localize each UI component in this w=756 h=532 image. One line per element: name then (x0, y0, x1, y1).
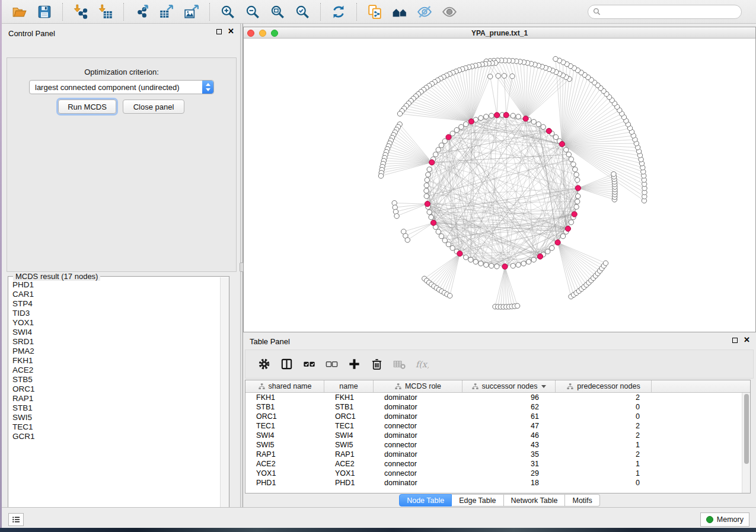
graph-node[interactable] (511, 264, 515, 268)
select-all-button[interactable] (298, 354, 320, 375)
network-window-titlebar[interactable]: YPA_prune.txt_1 (244, 27, 755, 39)
mcds-list-scrollbar[interactable] (220, 277, 229, 520)
mcds-graph-node[interactable] (457, 251, 462, 257)
export-network-button[interactable] (129, 2, 154, 21)
float-panel-icon[interactable] (216, 29, 222, 34)
table-row[interactable]: ACE2ACE2connector311 (245, 459, 750, 469)
task-history-button[interactable] (8, 513, 24, 526)
mcds-result-item[interactable]: YOX1 (9, 318, 220, 328)
refresh-network-button[interactable] (326, 2, 351, 21)
hide-selected-button[interactable] (412, 2, 437, 21)
open-session-button[interactable] (7, 2, 32, 21)
column-header-name[interactable]: name (324, 380, 374, 392)
graph-node[interactable] (511, 113, 515, 118)
graph-node[interactable] (541, 124, 546, 129)
graph-node[interactable] (484, 114, 489, 119)
graph-node[interactable] (576, 194, 580, 198)
mcds-result-item[interactable]: GCR1 (9, 432, 220, 441)
graph-node[interactable] (488, 74, 493, 79)
table-row[interactable]: TEC1TEC1connector472 (245, 421, 750, 431)
mcds-graph-node[interactable] (503, 113, 509, 118)
mcds-result-item[interactable]: RAP1 (9, 394, 220, 403)
table-mode-button[interactable] (253, 354, 275, 375)
mcds-graph-node[interactable] (575, 185, 580, 191)
graph-node[interactable] (436, 229, 441, 234)
create-column-button[interactable] (343, 354, 365, 375)
mcds-result-item[interactable]: TID3 (9, 309, 220, 318)
table-scrollbar[interactable] (742, 393, 750, 493)
graph-node[interactable] (603, 261, 608, 265)
close-panel-icon[interactable]: ✕ (228, 28, 234, 34)
table-row[interactable]: STB1STB1dominator620 (245, 402, 750, 412)
graph-node[interactable] (495, 264, 499, 269)
tab-edge-table[interactable]: Edge Table (452, 494, 503, 507)
graph-node[interactable] (575, 178, 580, 182)
graph-node[interactable] (424, 183, 429, 188)
table-row[interactable]: RAP1RAP1dominator352 (245, 450, 750, 459)
tab-node-table[interactable]: Node Table (399, 494, 452, 507)
show-columns-button[interactable] (275, 354, 298, 375)
tab-motifs[interactable]: Motifs (565, 494, 599, 507)
export-table-button[interactable] (154, 2, 179, 21)
graph-node[interactable] (439, 143, 444, 148)
float-table-panel-icon[interactable] (732, 338, 738, 343)
graph-node[interactable] (427, 210, 432, 214)
tab-network-table[interactable]: Network Table (504, 494, 566, 507)
graph-node[interactable] (553, 134, 558, 139)
graph-node[interactable] (496, 73, 500, 78)
graph-node[interactable] (573, 167, 578, 172)
graph-node[interactable] (531, 119, 536, 124)
graph-node[interactable] (450, 246, 455, 251)
graph-node[interactable] (521, 261, 526, 266)
save-session-button[interactable] (32, 2, 57, 21)
show-all-button[interactable] (437, 2, 462, 21)
zoom-selected-button[interactable] (290, 2, 315, 21)
copy-style-button[interactable] (362, 2, 387, 21)
graph-node[interactable] (516, 114, 521, 119)
deselect-all-button[interactable] (320, 354, 343, 375)
mcds-result-item[interactable]: STB1 (9, 403, 220, 413)
search-input[interactable] (588, 5, 742, 19)
column-header-successor-nodes[interactable]: successor nodes (462, 380, 556, 392)
column-header-shared-name[interactable]: shared name (245, 380, 324, 392)
export-image-button[interactable] (179, 2, 204, 21)
graph-node[interactable] (527, 259, 531, 264)
run-mcds-button[interactable]: Run MCDS (58, 100, 116, 114)
close-panel-button[interactable]: Close panel (123, 100, 184, 114)
graph-node[interactable] (553, 56, 558, 61)
table-scrollbar-thumb[interactable] (744, 394, 749, 464)
mcds-graph-node[interactable] (555, 240, 560, 245)
graph-node[interactable] (427, 167, 432, 172)
graph-node[interactable] (546, 249, 550, 254)
mcds-graph-node[interactable] (572, 211, 577, 217)
mcds-graph-node[interactable] (429, 160, 435, 165)
mcds-result-item[interactable]: TEC1 (9, 422, 220, 432)
zoom-in-button[interactable] (215, 2, 240, 21)
zoom-out-button[interactable] (240, 2, 265, 21)
graph-node[interactable] (569, 157, 573, 162)
mcds-graph-node[interactable] (425, 201, 430, 207)
graph-node[interactable] (468, 257, 473, 262)
graph-node[interactable] (425, 178, 429, 182)
mcds-graph-node[interactable] (559, 142, 564, 147)
graph-node[interactable] (405, 238, 410, 242)
graph-node[interactable] (569, 220, 573, 225)
mcds-result-item[interactable]: SRD1 (9, 337, 220, 347)
graph-node[interactable] (464, 122, 468, 127)
graph-node[interactable] (484, 262, 489, 267)
column-header-predecessor-nodes[interactable]: predecessor nodes (556, 380, 652, 392)
graph-node[interactable] (516, 262, 521, 267)
graph-node[interactable] (550, 246, 554, 251)
table-row[interactable]: PHD1PHD1dominator180 (245, 478, 750, 488)
mcds-graph-node[interactable] (565, 226, 570, 231)
graph-node[interactable] (560, 234, 565, 239)
mcds-graph-node[interactable] (502, 264, 508, 269)
graph-node[interactable] (574, 172, 579, 177)
table-row[interactable]: FKH1FKH1dominator962 (245, 393, 750, 402)
mcds-result-item[interactable]: PMA2 (9, 347, 220, 356)
mcds-result-item[interactable]: SWI4 (9, 328, 220, 337)
graph-node[interactable] (510, 74, 515, 79)
graph-node[interactable] (439, 234, 444, 239)
column-header-MCDS-role[interactable]: MCDS role (374, 380, 462, 392)
delete-column-button[interactable] (365, 354, 388, 375)
